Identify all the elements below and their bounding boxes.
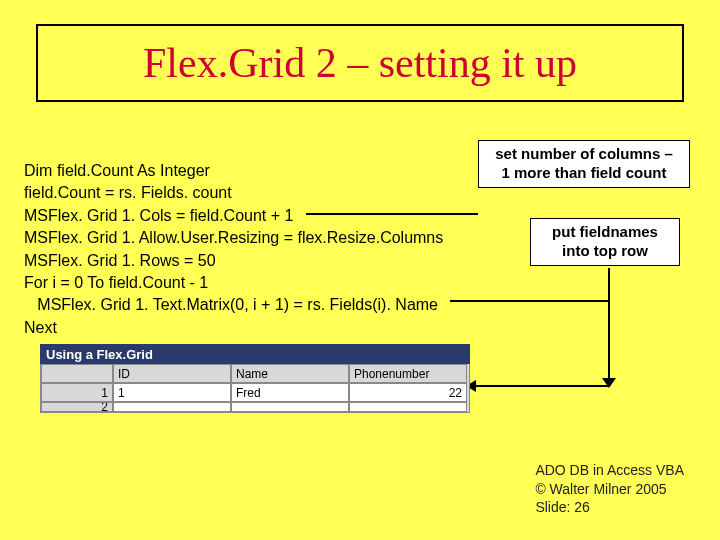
- connector-line: [306, 213, 478, 215]
- flexgrid-table: ID Name Phonenumber 1 1 Fred 22 2: [40, 364, 470, 413]
- table-row: 1 1 Fred 22: [41, 383, 469, 402]
- connector-line: [476, 385, 609, 387]
- header-cell: Name: [231, 364, 349, 383]
- slide-footer: ADO DB in Access VBA © Walter Milner 200…: [535, 461, 684, 516]
- code-line: MSFlex. Grid 1. Allow.User.Resizing = fl…: [24, 229, 443, 246]
- code-line: MSFlex. Grid 1. Cols = field.Count + 1: [24, 207, 293, 224]
- title-box: Flex.Grid 2 – setting it up: [36, 24, 684, 102]
- code-line: Dim field.Count As Integer: [24, 162, 210, 179]
- code-block: Dim field.Count As Integer field.Count =…: [24, 160, 443, 339]
- footer-line: ADO DB in Access VBA: [535, 461, 684, 479]
- code-line: field.Count = rs. Fields. count: [24, 184, 232, 201]
- code-line: Next: [24, 319, 57, 336]
- footer-line: Slide: 26: [535, 498, 684, 516]
- data-cell: 1: [113, 383, 231, 402]
- header-cell: [41, 364, 113, 383]
- flexgrid-screenshot: Using a Flex.Grid ID Name Phonenumber 1 …: [40, 344, 470, 413]
- footer-line: © Walter Milner 2005: [535, 480, 684, 498]
- data-cell: Fred: [231, 383, 349, 402]
- data-cell: [113, 402, 231, 412]
- callout-text: into top row: [562, 242, 648, 259]
- data-cell: [349, 402, 467, 412]
- header-cell: ID: [113, 364, 231, 383]
- code-line: MSFlex. Grid 1. Rows = 50: [24, 252, 216, 269]
- callout-fieldnames: put fieldnames into top row: [530, 218, 680, 266]
- connector-line: [608, 268, 610, 380]
- row-header-cell: 2: [41, 402, 113, 412]
- header-cell: Phonenumber: [349, 364, 467, 383]
- data-cell: 22: [349, 383, 467, 402]
- table-header-row: ID Name Phonenumber: [41, 364, 469, 383]
- data-cell: [231, 402, 349, 412]
- code-line: MSFlex. Grid 1. Text.Matrix(0, i + 1) = …: [24, 296, 438, 313]
- arrow-down-icon: [602, 378, 616, 388]
- callout-text: 1 more than field count: [501, 164, 666, 181]
- code-line: For i = 0 To field.Count - 1: [24, 274, 208, 291]
- table-row: 2: [41, 402, 469, 412]
- callout-columns: set number of columns – 1 more than fiel…: [478, 140, 690, 188]
- connector-line: [450, 300, 610, 302]
- callout-text: put fieldnames: [552, 223, 658, 240]
- callout-text: set number of columns –: [495, 145, 673, 162]
- window-title: Using a Flex.Grid: [40, 344, 470, 364]
- row-header-cell: 1: [41, 383, 113, 402]
- slide-title: Flex.Grid 2 – setting it up: [143, 39, 577, 87]
